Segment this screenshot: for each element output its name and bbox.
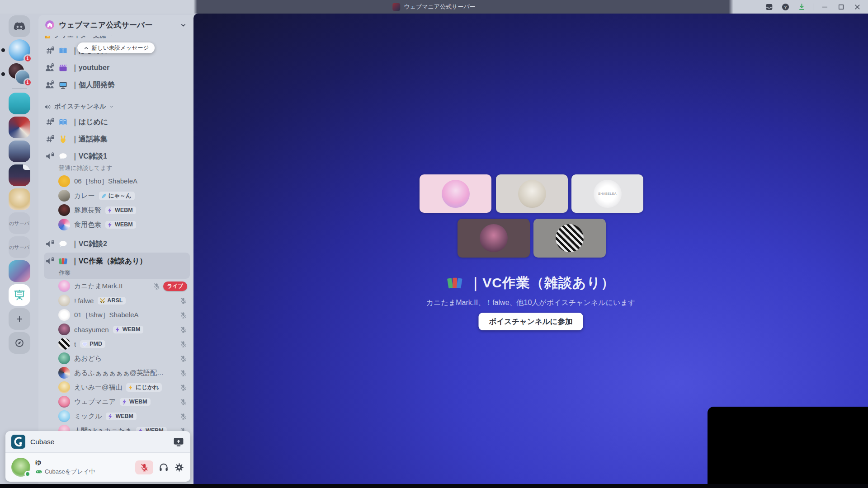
server-blonde-girl[interactable] [9, 188, 30, 210]
server-teal-face[interactable] [9, 93, 30, 114]
channel-name: ｜youtuber [71, 63, 109, 73]
stream-preview[interactable] [708, 407, 868, 488]
activity-card[interactable]: Cubase [5, 431, 190, 453]
voice-member-row[interactable]: 06［!sho］ShabeleA [44, 174, 193, 188]
channel-row[interactable]: ｜個人開発勢 [44, 76, 193, 94]
settings-gear-button[interactable] [174, 462, 184, 473]
explore-servers-button[interactable] [9, 332, 30, 354]
voice-member-row[interactable]: カニたまMark.IIライブ [44, 279, 193, 293]
mic-muted-icon [179, 355, 187, 362]
member-name: ウェブマニア [74, 398, 116, 406]
share-screen-icon[interactable] [173, 436, 184, 448]
channel-row[interactable]: ｜VC作業（雑談あり）作業 [44, 253, 190, 279]
bolt-purple-icon [107, 207, 113, 214]
category-header[interactable]: ボイスチャンネル [44, 100, 193, 113]
voice-member-row[interactable]: あるふぁぁぁぁぁ@英語配列?&茶軸... [44, 366, 193, 380]
speaker-icon [44, 103, 52, 111]
member-avatar [58, 324, 70, 335]
user-info[interactable]: ゆ Cubaseをプレイ中 [35, 459, 95, 476]
channel-row-main: ｜個人開発勢 [44, 77, 193, 93]
titlebar-title: ウェブマニア公式サーバー [404, 3, 475, 11]
feather-icon [100, 192, 107, 199]
category-header[interactable]: クリエイター交流 [44, 36, 193, 42]
guild-header[interactable]: ウェブマニア公式サーバー [38, 15, 193, 35]
user-avatar[interactable] [11, 458, 30, 477]
heart-icon [81, 341, 88, 347]
hash-lock-icon [45, 134, 55, 144]
voice-member-row[interactable]: 豚原長賢WEBM [44, 203, 193, 217]
add-server-button[interactable] [9, 308, 30, 330]
rail-divider [12, 88, 27, 89]
voice-channel-title: ｜VC作業（雑談あり） [469, 274, 615, 292]
member-name: ミックル [74, 412, 102, 421]
titlebar-separator [813, 4, 813, 10]
help-button[interactable]: ? [777, 0, 793, 14]
server-easel[interactable] [9, 284, 30, 306]
guild-home-icon [45, 20, 55, 30]
member-name: えいみー@福山 [74, 383, 122, 392]
mic-muted-icon [179, 297, 187, 305]
channel-name: ｜通話募集 [71, 135, 108, 144]
voice-member-row[interactable]: tPMD [44, 337, 193, 351]
server-webmania-pixel[interactable] [9, 164, 30, 186]
voice-tile-avatar [556, 224, 584, 252]
server-folder-1[interactable]: のサーバ [9, 212, 30, 234]
chevron-down-icon [109, 104, 114, 109]
role-badge-label: WEBM [129, 399, 147, 405]
voice-member-row[interactable]: ミックルWEBM [44, 409, 193, 423]
role-badge: にゃ～ん [99, 192, 135, 200]
join-voice-button[interactable]: ボイスチャンネルに参加 [479, 313, 583, 330]
voice-member-row[interactable]: chasyumenWEBM [44, 322, 193, 337]
role-badge-label: にじかれ [136, 384, 159, 391]
mic-mute-button[interactable] [135, 460, 153, 474]
close-button[interactable] [849, 0, 865, 14]
channel-row-main: ｜VC雑談2 [44, 236, 193, 252]
server-collage[interactable] [9, 117, 30, 138]
voice-member-row[interactable]: えいみー@福山にじかれ [44, 380, 193, 394]
channel-row[interactable]: ｜通話募集 [44, 131, 193, 148]
minimize-button[interactable] [816, 0, 833, 14]
chevron-up-icon [83, 45, 89, 51]
channel-row[interactable]: ｜はじめに [44, 113, 193, 131]
titlebar: ウェブマニア公式サーバー ? [0, 0, 868, 14]
voice-member-row[interactable]: 食用色素WEBM [44, 217, 193, 232]
voice-member-row[interactable]: 01［!shw］ShabeleA [44, 308, 193, 322]
member-status-icons [179, 311, 193, 319]
voice-member-row[interactable]: ! falweARSL [44, 293, 193, 308]
voice-tile[interactable] [458, 219, 530, 258]
server-folder-2[interactable]: のサーバ [9, 236, 30, 258]
voice-tile[interactable] [533, 219, 606, 258]
bolt-yellow-icon [127, 384, 134, 391]
dm-user[interactable]: 1 [9, 39, 30, 61]
voice-tile[interactable] [420, 174, 491, 213]
download-icon [797, 3, 806, 11]
member-status-icons [179, 355, 193, 362]
voice-member-row[interactable]: カレーにゃ～ん [44, 188, 193, 203]
member-avatar [58, 190, 70, 202]
channel-row[interactable]: ｜youtuber [44, 59, 193, 76]
channel-row[interactable]: ｜VC雑談1普通に雑談してます [44, 148, 193, 174]
channel-row[interactable]: ｜VC雑談2 [44, 235, 193, 253]
voice-tile-avatar [518, 180, 546, 208]
voice-tile[interactable]: SHABELEA [571, 174, 643, 213]
member-status-icons [179, 326, 193, 333]
voice-lock-icon [45, 256, 55, 266]
voice-member-row[interactable]: あおどら [44, 351, 193, 366]
bolt-purple-icon [107, 413, 114, 420]
voice-member-row[interactable]: ウェブマニアWEBM [44, 394, 193, 409]
unread-messages-pill[interactable]: 新しい未読メッセージ [77, 42, 155, 53]
inbox-button[interactable] [761, 0, 777, 14]
role-badge: にじかれ [126, 383, 162, 392]
bolt-purple-icon [114, 326, 121, 333]
maximize-button[interactable] [833, 0, 849, 14]
discord-home-button[interactable] [9, 15, 30, 37]
unread-badge: 1 [24, 54, 32, 63]
update-download-button[interactable] [793, 0, 810, 14]
voice-tile[interactable] [496, 174, 568, 213]
headphones-button[interactable] [158, 462, 169, 473]
server-couple-art[interactable] [9, 260, 30, 282]
member-name: 豚原長賢 [74, 206, 101, 215]
dm-group[interactable]: 1 [9, 63, 30, 85]
member-name: 食用色素 [74, 221, 101, 229]
server-news[interactable] [9, 141, 30, 162]
